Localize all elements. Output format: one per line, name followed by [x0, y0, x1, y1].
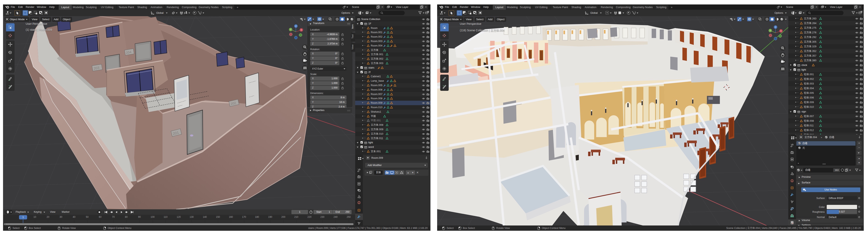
svg-text:Y: Y — [290, 29, 291, 31]
svg-text:Y: Y — [770, 30, 771, 32]
svg-text:Z: Z — [775, 26, 776, 28]
svg-text:Z: Z — [295, 25, 297, 27]
svg-text:X: X — [780, 30, 782, 32]
svg-text:X: X — [301, 29, 302, 31]
